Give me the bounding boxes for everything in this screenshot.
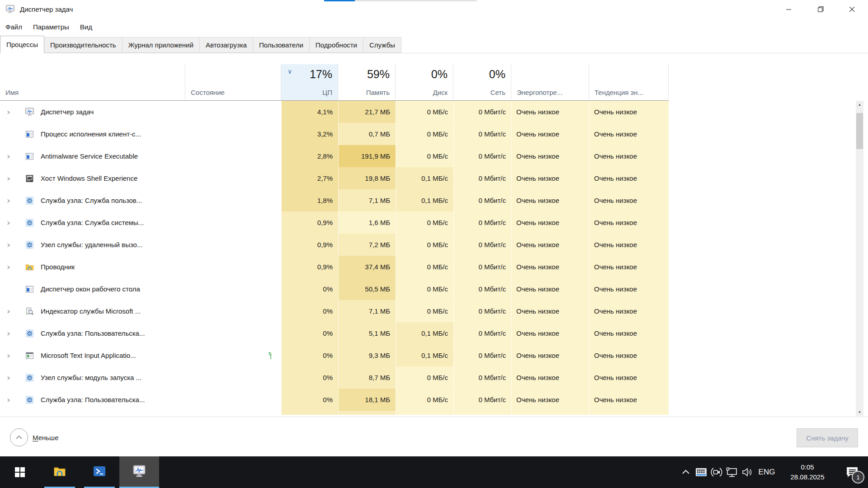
network-display-icon[interactable]	[724, 456, 740, 488]
end-task-button[interactable]: Снять задачу	[797, 428, 858, 447]
process-name-cell[interactable]: › Диспетчер окон рабочего стола	[0, 278, 185, 300]
network-cell: 0 Мбит/с	[453, 366, 511, 389]
process-name: Процесс исполнения клиент-с...	[41, 130, 141, 138]
tab-подробности[interactable]: Подробности	[310, 37, 363, 53]
taskbar-app-taskmgr[interactable]	[119, 456, 159, 488]
expand-chevron-icon[interactable]: ›	[7, 152, 10, 161]
tab-пользователи[interactable]: Пользователи	[253, 37, 310, 53]
language-indicator[interactable]: ENG	[755, 468, 778, 477]
menu-item-1[interactable]: Параметры	[28, 20, 75, 33]
search-icon	[25, 306, 34, 316]
process-name-cell[interactable]: › Проводник	[0, 256, 185, 278]
table-row[interactable]: › Хост Windows Shell Experience 2,7% 19,…	[0, 167, 669, 189]
table-row[interactable]: › Microsoft Text Input Applicatio... 0% …	[0, 344, 669, 366]
expand-chevron-icon[interactable]: ›	[7, 307, 10, 316]
power-trend-cell: Очень низкое	[589, 189, 669, 211]
window-dark-icon	[25, 174, 34, 183]
expand-chevron-icon[interactable]: ›	[7, 351, 10, 360]
disk-cell: 0 МБ/с	[396, 389, 453, 411]
meet-now-camera-icon[interactable]	[709, 456, 724, 488]
tab-журнал приложений[interactable]: Журнал приложений	[123, 37, 200, 53]
table-row[interactable]: › Служба узла: Пользовательска... 0% 5,1…	[0, 322, 669, 344]
column-header-power-trend[interactable]: Тенденция эн...	[589, 64, 669, 100]
scroll-down-icon[interactable]: ▼	[856, 408, 863, 416]
network-cell: 0 Мбит/с	[453, 101, 511, 123]
process-name-cell[interactable]: › Узел службы: удаленный вызо...	[0, 234, 185, 256]
fewer-details-button[interactable]: Меньше	[7, 428, 61, 447]
volume-icon[interactable]	[740, 456, 755, 488]
process-name-cell[interactable]: › Служба узла: Пользовательска...	[0, 322, 185, 344]
column-header-status[interactable]: Состояние	[185, 64, 281, 100]
expand-chevron-icon[interactable]: ›	[7, 240, 10, 249]
taskbar-app-powershell[interactable]	[80, 456, 119, 488]
process-name-cell[interactable]: › Antimalware Service Executable	[0, 145, 185, 167]
process-name-cell[interactable]: › Microsoft Text Input Applicatio...	[0, 344, 185, 366]
table-row[interactable]: › Диспетчер задач 4,1% 21,7 МБ 0 МБ/с 0 …	[0, 101, 669, 123]
status-cell	[185, 344, 281, 366]
process-name: Antimalware Service Executable	[41, 152, 138, 160]
expand-chevron-icon[interactable]: ›	[7, 218, 10, 227]
table-row[interactable]: › Служба узла: Служба системы... 0,9% 1,…	[0, 211, 669, 234]
memory-cell: 5,1 МБ	[338, 322, 396, 344]
tab-производительность[interactable]: Производительность	[44, 37, 123, 53]
column-header-memory[interactable]: 59% Память	[338, 64, 396, 100]
process-name-cell[interactable]: › Служба узла: Пользовательска...	[0, 389, 185, 411]
table-row[interactable]: › Индексатор службы Microsoft ... 0% 7,1…	[0, 300, 669, 322]
power-trend-cell: Очень низкое	[589, 344, 669, 366]
chevron-up-icon[interactable]	[678, 456, 693, 488]
taskbar-app-start[interactable]	[0, 456, 40, 488]
process-name-cell[interactable]: › Процесс исполнения клиент-с...	[0, 123, 185, 145]
start-icon	[15, 467, 25, 477]
process-name-cell[interactable]: › Хост Windows Shell Experience	[0, 167, 185, 189]
eco-leaf-icon	[267, 351, 275, 360]
cpu-cell: 2,7%	[281, 167, 338, 189]
table-row[interactable]: › Узел службы: удаленный вызо... 0,9% 7,…	[0, 234, 669, 256]
taskbar-clock[interactable]: 0:05 28.08.2025	[778, 462, 836, 482]
expand-chevron-icon[interactable]: ›	[7, 395, 10, 404]
process-name: Проводник	[41, 263, 75, 271]
scroll-up-icon[interactable]: ▲	[856, 101, 863, 108]
taskbar-apps	[0, 456, 159, 488]
tab-процессы[interactable]: Процессы	[0, 36, 44, 53]
memory-cell: 7,1 МБ	[338, 300, 396, 322]
process-name-cell[interactable]: › Диспетчер задач	[0, 101, 185, 123]
column-header-network[interactable]: 0% Сеть	[453, 64, 511, 100]
minimize-button[interactable]	[773, 0, 805, 19]
menu-item-0[interactable]: Файл	[0, 20, 28, 33]
table-row[interactable]: › Antimalware Service Executable 2,8% 19…	[0, 145, 669, 167]
process-name-cell[interactable]: › Служба узла: Служба системы...	[0, 211, 185, 234]
power-cell: Очень низкое	[511, 123, 589, 145]
table-row[interactable]: › Служба узла: Служба пользов... 1,8% 7,…	[0, 189, 669, 211]
column-header-disk[interactable]: 0% Диск	[396, 64, 453, 100]
close-button[interactable]	[836, 0, 868, 19]
column-label-memory: Память	[338, 84, 395, 100]
table-row[interactable]: › Служба узла: Пользовательска... 0% 18,…	[0, 389, 669, 411]
table-row[interactable]: › Узел службы: модуль запуска ... 0% 8,7…	[0, 366, 669, 389]
menu-item-2[interactable]: Вид	[75, 20, 98, 33]
scrollbar-thumb[interactable]	[856, 113, 863, 149]
expand-chevron-icon[interactable]: ›	[7, 174, 10, 183]
taskbar-app-explorer[interactable]	[40, 456, 80, 488]
process-name-cell[interactable]: › Индексатор службы Microsoft ...	[0, 300, 185, 322]
action-center-button[interactable]: 1	[836, 456, 868, 488]
column-header-name[interactable]: Имя	[0, 64, 185, 100]
process-name-cell[interactable]: › Служба узла: Служба пользов...	[0, 189, 185, 211]
expand-chevron-icon[interactable]: ›	[7, 373, 10, 382]
tab-службы[interactable]: Службы	[363, 37, 401, 53]
expand-chevron-icon[interactable]: ›	[7, 263, 10, 272]
table-row[interactable]: › Диспетчер окон рабочего стола 0% 50,5 …	[0, 278, 669, 300]
tab-автозагрузка[interactable]: Автозагрузка	[200, 37, 253, 53]
column-header-cpu[interactable]: ∨ 17% ЦП	[281, 64, 338, 100]
process-name-cell[interactable]: › Узел службы: модуль запуска ...	[0, 366, 185, 389]
table-row[interactable]: › Проводник 0,9% 37,4 МБ 0 МБ/с 0 Мбит/с…	[0, 256, 669, 278]
expand-chevron-icon[interactable]: ›	[7, 196, 10, 205]
expand-chevron-icon[interactable]: ›	[7, 329, 10, 338]
column-header-power[interactable]: Энергопотре...	[511, 64, 589, 100]
vertical-scrollbar[interactable]: ▲ ▼	[856, 101, 863, 416]
expand-chevron-icon[interactable]: ›	[7, 108, 10, 117]
status-cell	[185, 322, 281, 344]
restore-button[interactable]	[805, 0, 836, 19]
touch-keyboard-icon[interactable]	[693, 456, 709, 488]
table-row[interactable]: › Процесс исполнения клиент-с... 3,2% 0,…	[0, 123, 669, 145]
status-cell	[185, 278, 281, 300]
